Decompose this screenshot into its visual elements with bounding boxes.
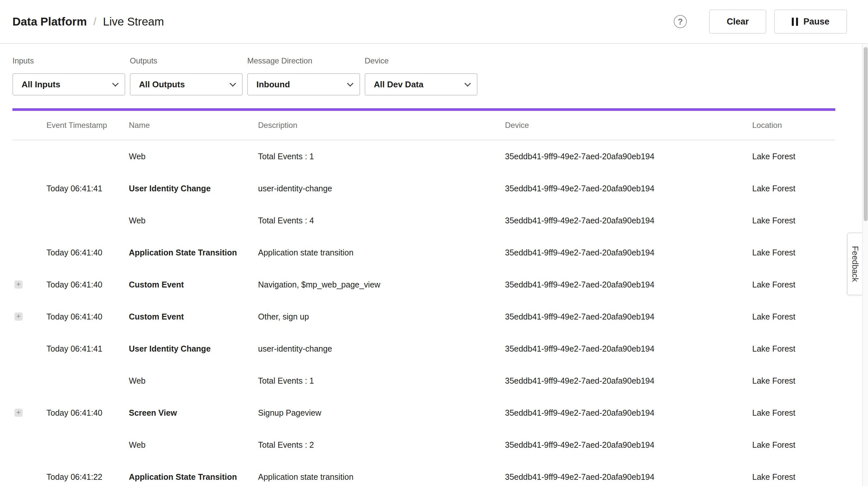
event-description: Total Events : 1 — [258, 140, 314, 172]
event-device-id: 35eddb41-9ff9-49e2-7aed-20afa90eb194 — [505, 397, 654, 429]
table-row: Today 06:41:40 Custom Event Navigation, … — [12, 269, 835, 301]
inputs-dropdown[interactable]: All Inputs — [12, 73, 125, 95]
event-device-id: 35eddb41-9ff9-49e2-7aed-20afa90eb194 — [505, 301, 654, 333]
device-dropdown[interactable]: All Dev Data — [365, 73, 477, 95]
event-description: Total Events : 1 — [258, 365, 314, 397]
filter-device: Device All Dev Data — [365, 56, 477, 95]
event-description: Total Events : 4 — [258, 204, 314, 237]
filter-inputs: Inputs All Inputs — [12, 56, 125, 95]
message-direction-dropdown-value: Inbound — [256, 80, 290, 90]
filter-outputs-label: Outputs — [130, 56, 243, 65]
event-name: User Identity Change — [129, 172, 211, 204]
event-device-id: 35eddb41-9ff9-49e2-7aed-20afa90eb194 — [505, 237, 654, 269]
column-header-location: Location — [752, 111, 782, 140]
event-name: Web — [129, 365, 146, 397]
live-stream-table: Event Timestamp Name Description Device … — [12, 108, 835, 486]
chevron-down-icon — [464, 80, 471, 87]
event-device-id: 35eddb41-9ff9-49e2-7aed-20afa90eb194 — [505, 172, 654, 204]
event-description: Signup Pageview — [258, 397, 321, 429]
event-name: Custom Event — [129, 301, 184, 333]
column-header-description: Description — [258, 111, 297, 140]
event-timestamp: Today 06:41:40 — [46, 237, 102, 269]
outputs-dropdown[interactable]: All Outputs — [130, 73, 243, 95]
table-row: Today 06:41:41 User Identity Change user… — [12, 333, 835, 365]
event-location: Lake Forest — [752, 365, 796, 397]
table-row: Today 06:41:41 User Identity Change user… — [12, 172, 835, 204]
outputs-dropdown-value: All Outputs — [139, 80, 185, 90]
filter-message-direction-label: Message Direction — [247, 56, 360, 65]
vertical-scrollbar[interactable] — [862, 44, 868, 486]
pause-button-label: Pause — [803, 17, 829, 27]
event-location: Lake Forest — [752, 172, 796, 204]
page-title: Live Stream — [103, 15, 164, 28]
breadcrumb-separator: / — [94, 16, 96, 28]
breadcrumb: Data Platform / Live Stream — [12, 15, 164, 28]
event-location: Lake Forest — [752, 269, 796, 301]
event-name: Screen View — [129, 397, 177, 429]
event-name: User Identity Change — [129, 333, 211, 365]
table-row: Web Total Events : 2 35eddb41-9ff9-49e2-… — [12, 429, 835, 461]
filter-message-direction: Message Direction Inbound — [247, 56, 360, 95]
event-location: Lake Forest — [752, 397, 796, 429]
event-location: Lake Forest — [752, 429, 796, 461]
column-header-name: Name — [129, 111, 150, 140]
event-timestamp: Today 06:41:40 — [46, 301, 102, 333]
table-row: Today 06:41:40 Custom Event Other, sign … — [12, 301, 835, 333]
event-name: Web — [129, 429, 146, 461]
event-location: Lake Forest — [752, 140, 796, 172]
event-name: Custom Event — [129, 269, 184, 301]
filter-device-label: Device — [365, 56, 477, 65]
event-device-id: 35eddb41-9ff9-49e2-7aed-20afa90eb194 — [505, 365, 654, 397]
table-row: Web Total Events : 4 35eddb41-9ff9-49e2-… — [12, 204, 835, 237]
event-description: Application state transition — [258, 461, 353, 486]
inputs-dropdown-value: All Inputs — [22, 80, 60, 90]
event-location: Lake Forest — [752, 301, 796, 333]
table-row: Web Total Events : 1 35eddb41-9ff9-49e2-… — [12, 140, 835, 172]
event-description: Other, sign up — [258, 301, 309, 333]
event-timestamp: Today 06:41:41 — [46, 333, 102, 365]
column-header-device: Device — [505, 111, 529, 140]
event-device-id: 35eddb41-9ff9-49e2-7aed-20afa90eb194 — [505, 429, 654, 461]
expand-row-icon[interactable] — [14, 313, 23, 321]
event-name: Application State Transition — [129, 237, 237, 269]
event-timestamp: Today 06:41:40 — [46, 397, 102, 429]
breadcrumb-section[interactable]: Data Platform — [12, 15, 87, 28]
event-description: user-identity-change — [258, 333, 332, 365]
feedback-tab[interactable]: Feedback — [847, 233, 862, 295]
event-location: Lake Forest — [752, 461, 796, 486]
table-header-row: Event Timestamp Name Description Device … — [12, 111, 835, 140]
event-device-id: 35eddb41-9ff9-49e2-7aed-20afa90eb194 — [505, 204, 654, 237]
event-timestamp: Today 06:41:41 — [46, 172, 102, 204]
pause-button[interactable]: Pause — [774, 9, 847, 34]
chevron-down-icon — [347, 80, 353, 87]
scrollbar-thumb[interactable] — [864, 47, 868, 221]
table-row: Web Total Events : 1 35eddb41-9ff9-49e2-… — [12, 365, 835, 397]
event-device-id: 35eddb41-9ff9-49e2-7aed-20afa90eb194 — [505, 269, 654, 301]
table-row: Today 06:41:40 Screen View Signup Pagevi… — [12, 397, 835, 429]
event-timestamp: Today 06:41:22 — [46, 461, 102, 486]
chevron-down-icon — [229, 80, 236, 87]
event-description: Application state transition — [258, 237, 353, 269]
accent-divider — [12, 108, 835, 111]
help-icon[interactable]: ? — [674, 15, 687, 28]
clear-button[interactable]: Clear — [709, 9, 767, 34]
event-description: user-identity-change — [258, 172, 332, 204]
filter-inputs-label: Inputs — [12, 56, 125, 65]
pause-icon — [792, 18, 798, 26]
event-timestamp: Today 06:41:40 — [46, 269, 102, 301]
device-dropdown-value: All Dev Data — [374, 80, 424, 90]
top-bar: Data Platform / Live Stream ? Clear Paus… — [0, 0, 868, 44]
event-device-id: 35eddb41-9ff9-49e2-7aed-20afa90eb194 — [505, 333, 654, 365]
column-header-event-timestamp: Event Timestamp — [46, 111, 107, 140]
event-device-id: 35eddb41-9ff9-49e2-7aed-20afa90eb194 — [505, 461, 654, 486]
event-location: Lake Forest — [752, 204, 796, 237]
expand-row-icon[interactable] — [14, 281, 23, 289]
event-description: Navigation, $mp_web_page_view — [258, 269, 380, 301]
event-name: Web — [129, 204, 146, 237]
chevron-down-icon — [112, 80, 119, 87]
expand-row-icon[interactable] — [14, 409, 23, 417]
event-description: Total Events : 2 — [258, 429, 314, 461]
event-name: Web — [129, 140, 146, 172]
message-direction-dropdown[interactable]: Inbound — [247, 73, 360, 95]
event-device-id: 35eddb41-9ff9-49e2-7aed-20afa90eb194 — [505, 140, 654, 172]
